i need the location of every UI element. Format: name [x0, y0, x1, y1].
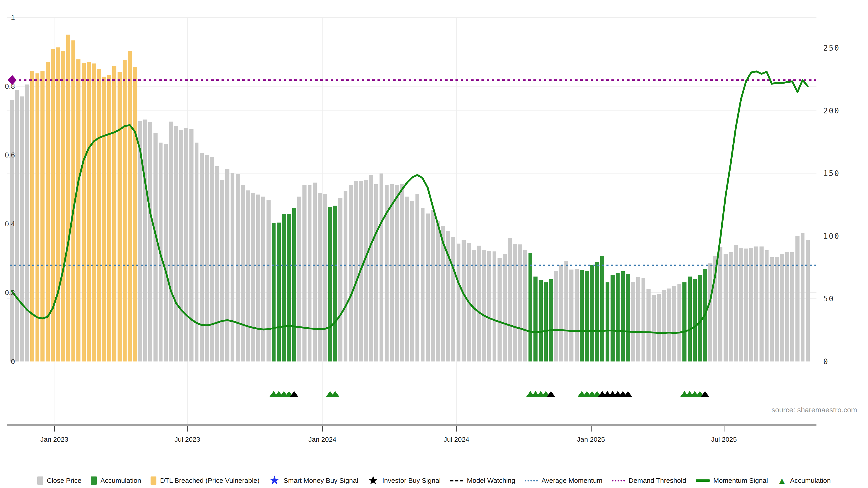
legend-label: Investor Buy Signal — [382, 477, 440, 484]
demand-threshold-dot-icon — [612, 480, 625, 482]
momentum-signal-line — [12, 71, 808, 333]
left-axis-tick-label: 0.6 — [0, 151, 15, 159]
smart-money-star-icon: ★ — [269, 476, 280, 484]
legend-item: ★Investor Buy Signal — [368, 477, 441, 485]
left-axis-tick-label: 0 — [0, 357, 15, 366]
momentum-line-icon — [696, 480, 710, 482]
accumulation-swatch — [91, 477, 97, 485]
legend-item: ▲Accumulation — [777, 477, 831, 485]
legend-item: Average Momentum — [525, 477, 602, 484]
legend-label: Accumulation — [100, 477, 141, 484]
legend-item: Accumulation — [91, 477, 141, 485]
left-axis-tick-label: 0.4 — [0, 220, 15, 228]
x-axis-tick-label: Jan 2024 — [309, 435, 336, 443]
legend-label: Accumulation — [790, 477, 831, 484]
legend-item: ★Smart Money Buy Signal — [269, 477, 358, 485]
x-axis-tick-label: Jul 2025 — [711, 435, 737, 443]
legend-item: Model Watching — [450, 477, 515, 484]
model-watching-dash-icon — [450, 480, 463, 482]
legend-item: Demand Threshold — [612, 477, 686, 484]
right-axis-tick-label: 150 — [823, 169, 840, 178]
legend-item: DTL Breached (Price Vulnerable) — [151, 477, 259, 485]
x-axis-tick — [724, 426, 724, 431]
legend-label: DTL Breached (Price Vulnerable) — [160, 477, 259, 484]
right-axis-tick-label: 100 — [823, 232, 840, 240]
x-axis-tick — [591, 426, 592, 431]
right-axis-tick-label: 0 — [823, 357, 829, 366]
investor-star-icon: ★ — [368, 476, 379, 484]
x-axis-tick-label: Jan 2023 — [40, 435, 68, 443]
legend-label: Momentum Signal — [713, 477, 768, 484]
legend-label: Model Watching — [467, 477, 515, 484]
plot-svg-layer — [0, 0, 868, 488]
legend-item: Momentum Signal — [696, 477, 768, 484]
x-axis-tick-label: Jul 2023 — [175, 435, 200, 443]
dtl-breached-swatch — [151, 477, 156, 485]
left-axis-tick-label: 0.2 — [0, 289, 15, 297]
source-credit: source: sharemaestro.com — [772, 406, 857, 414]
right-axis-tick-label: 200 — [823, 106, 840, 115]
x-axis-tick — [456, 426, 457, 431]
momentum-price-chart: 00.20.40.60.81 050100150200250 Jan 2023J… — [0, 0, 868, 488]
legend: Close PriceAccumulationDTL Breached (Pri… — [0, 473, 868, 488]
x-axis-tick — [187, 426, 188, 431]
x-axis-tick — [322, 426, 323, 431]
average-momentum-dot-icon — [525, 480, 538, 482]
left-axis-tick-label: 0.8 — [0, 82, 15, 90]
right-axis-tick-label: 250 — [823, 43, 840, 53]
accumulation-triangle-icon: ▲ — [777, 477, 786, 485]
legend-label: Demand Threshold — [629, 477, 686, 484]
right-axis-tick-label: 50 — [823, 294, 834, 303]
legend-label: Average Momentum — [541, 477, 602, 484]
x-axis-tick-label: Jan 2025 — [577, 435, 605, 443]
legend-label: Smart Money Buy Signal — [283, 477, 358, 484]
legend-item: Close Price — [37, 477, 81, 485]
close-price-swatch — [37, 477, 43, 485]
legend-label: Close Price — [47, 477, 81, 484]
x-axis-tick — [54, 426, 55, 431]
x-axis-tick-label: Jul 2024 — [444, 435, 469, 443]
left-axis-tick-label: 1 — [0, 13, 15, 22]
x-axis-line — [7, 424, 816, 426]
